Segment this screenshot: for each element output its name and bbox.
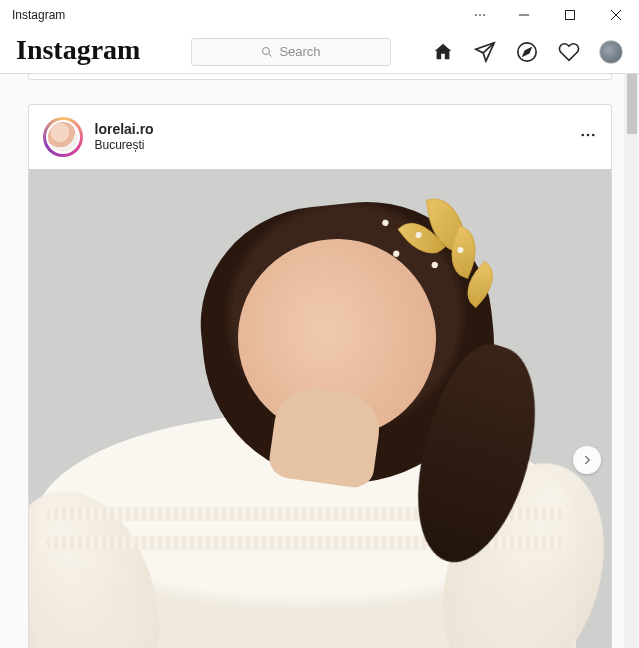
svg-point-14: [591, 134, 594, 137]
story-ring[interactable]: [43, 117, 83, 157]
window-titlebar: Instagram: [0, 0, 639, 30]
search-placeholder: Search: [279, 44, 320, 59]
photo-content: [29, 169, 611, 648]
window-more-button[interactable]: [463, 0, 497, 30]
svg-point-7: [263, 47, 270, 54]
home-icon[interactable]: [431, 40, 455, 64]
explore-icon[interactable]: [515, 40, 539, 64]
post-author-block: lorelai.ro București: [95, 121, 154, 152]
messages-icon[interactable]: [473, 40, 497, 64]
window-title-wrap: Instagram: [12, 8, 65, 22]
post-author-avatar[interactable]: [46, 120, 80, 154]
post: lorelai.ro București: [28, 104, 612, 648]
post-more-button[interactable]: [579, 126, 597, 148]
window-maximize-button[interactable]: [547, 0, 593, 30]
window-title: Instagram: [12, 8, 65, 22]
svg-point-1: [479, 14, 481, 16]
svg-rect-4: [566, 11, 575, 20]
feed: lorelai.ro București: [28, 74, 612, 648]
window-close-button[interactable]: [593, 0, 639, 30]
feed-scroll[interactable]: lorelai.ro București: [0, 74, 639, 648]
avatar-image: [48, 122, 78, 152]
svg-point-2: [483, 14, 485, 16]
svg-point-0: [475, 14, 477, 16]
previous-post-bottom: [28, 74, 612, 80]
search-icon: [261, 46, 273, 58]
svg-line-8: [269, 53, 272, 56]
scrollbar-track[interactable]: [624, 74, 638, 648]
svg-point-13: [586, 134, 589, 137]
svg-marker-11: [523, 48, 530, 55]
svg-point-12: [581, 134, 584, 137]
window-minimize-button[interactable]: [501, 0, 547, 30]
post-username[interactable]: lorelai.ro: [95, 121, 154, 138]
scrollbar-thumb[interactable]: [627, 74, 637, 134]
chevron-right-icon: [580, 453, 594, 467]
post-header: lorelai.ro București: [29, 105, 611, 169]
activity-icon[interactable]: [557, 40, 581, 64]
app-header: Instagram Search: [0, 30, 639, 74]
instagram-logo[interactable]: Instagram: [16, 34, 140, 66]
post-image[interactable]: [29, 169, 611, 648]
profile-avatar[interactable]: [599, 40, 623, 64]
window-controls: [463, 0, 639, 30]
nav-icons: [431, 40, 623, 64]
post-location[interactable]: București: [95, 138, 154, 152]
search-input[interactable]: Search: [191, 38, 391, 66]
carousel-next-button[interactable]: [573, 446, 601, 474]
